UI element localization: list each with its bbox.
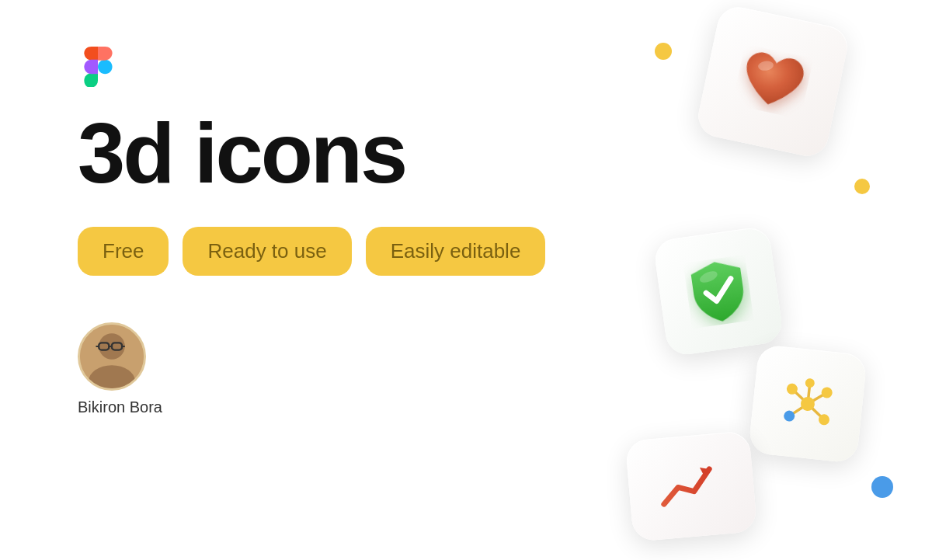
svg-point-20	[805, 377, 815, 388]
right-decorations	[528, 0, 932, 560]
author-avatar	[78, 322, 146, 391]
main-title: 3d icons	[78, 110, 545, 196]
network-card	[748, 344, 868, 464]
shield-card	[652, 225, 784, 357]
left-content: 3d icons Free Ready to use Easily editab…	[78, 47, 545, 416]
badges-row: Free Ready to use Easily editable	[78, 227, 545, 276]
badge-easily-editable: Easily editable	[366, 227, 546, 276]
svg-point-17	[821, 386, 833, 398]
chart-card	[625, 430, 758, 541]
dot-blue-bottom	[871, 476, 893, 498]
heart-card	[694, 3, 851, 160]
figma-logo	[78, 47, 118, 87]
badge-ready-to-use: Ready to use	[183, 227, 351, 276]
dot-yellow-top	[655, 43, 672, 60]
author-name: Bikiron Bora	[78, 398, 162, 416]
page-wrapper: 3d icons Free Ready to use Easily editab…	[0, 0, 932, 560]
author-section: Bikiron Bora	[78, 322, 545, 416]
dot-yellow-right	[854, 179, 870, 194]
badge-free: Free	[78, 227, 169, 276]
